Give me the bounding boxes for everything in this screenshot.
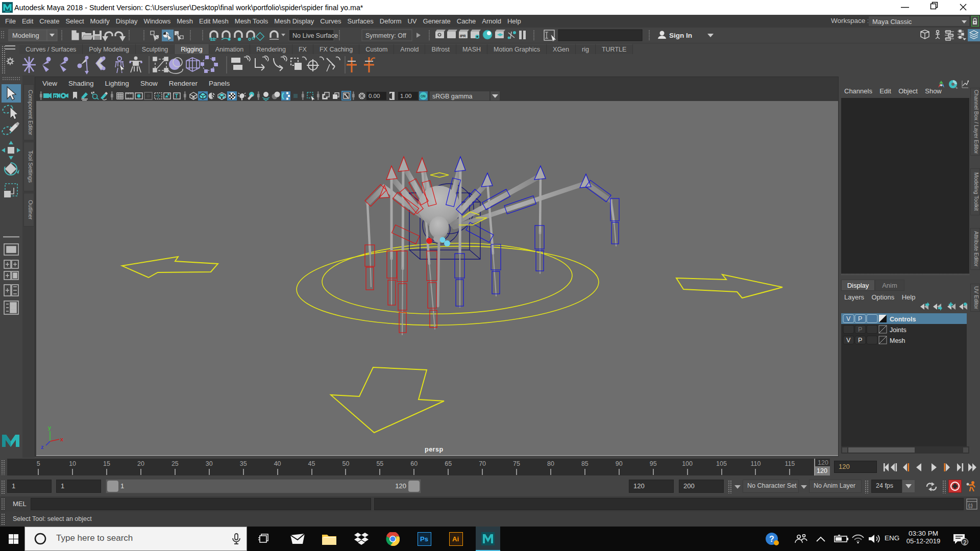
svg-text:1.00: 1.00: [400, 93, 411, 99]
svg-text:ON: ON: [421, 94, 426, 98]
svg-text:V: V: [846, 315, 851, 322]
svg-text:Controls: Controls: [890, 316, 916, 323]
svg-text:P: P: [858, 315, 862, 322]
svg-text:x: x: [60, 436, 64, 442]
svg-text:2: 2: [964, 539, 967, 545]
svg-text:y: y: [48, 424, 52, 431]
svg-text:Symmetry: Off: Symmetry: Off: [365, 32, 406, 39]
svg-text:{;}: {;}: [968, 503, 973, 508]
svg-text:Modeling: Modeling: [12, 32, 39, 39]
svg-text:sRGB gamma: sRGB gamma: [432, 93, 473, 100]
svg-text:No Live Surface: No Live Surface: [292, 32, 338, 39]
svg-text:0.00: 0.00: [369, 93, 380, 99]
svg-text:Joints: Joints: [890, 327, 906, 334]
svg-text:z: z: [41, 444, 44, 450]
svg-text:Mesh: Mesh: [890, 337, 905, 344]
svg-text:P: P: [858, 326, 862, 333]
svg-text:T: T: [175, 93, 179, 99]
svg-text:Sign In: Sign In: [669, 32, 692, 39]
svg-text:?: ?: [769, 535, 774, 543]
svg-text:MAYA: MAYA: [5, 11, 10, 13]
svg-text:persp: persp: [425, 446, 444, 453]
svg-text:P: P: [858, 337, 862, 344]
svg-text:IPR: IPR: [460, 34, 466, 38]
svg-text:V: V: [846, 337, 851, 344]
